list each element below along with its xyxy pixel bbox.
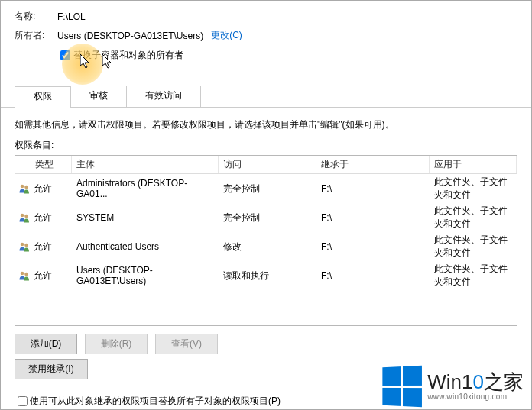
permissions-table[interactable]: 类型 主体 访问 继承于 应用于 允许Administrators (DESKT… bbox=[15, 155, 517, 326]
tab-permissions[interactable]: 权限 bbox=[15, 86, 71, 108]
cell-applies: 此文件夹、子文件夹和文件 bbox=[430, 262, 517, 289]
info-text: 如需其他信息，请双击权限项目。若要修改权限项目，请选择该项目并单击"编辑"(如果… bbox=[15, 118, 517, 131]
watermark-url: www.win10xitong.com bbox=[427, 393, 524, 401]
watermark: Win10之家 www.win10xitong.com bbox=[381, 366, 524, 406]
users-icon bbox=[18, 182, 31, 195]
cell-type: 允许 bbox=[34, 270, 52, 282]
cell-inherited: F:\ bbox=[316, 211, 430, 224]
svg-point-5 bbox=[24, 244, 28, 247]
cell-inherited: F:\ bbox=[316, 270, 430, 282]
cell-access: 完全控制 bbox=[219, 182, 316, 196]
tab-strip: 权限 审核 有效访问 bbox=[1, 86, 531, 108]
svg-point-3 bbox=[24, 215, 28, 218]
windows-logo-icon bbox=[383, 366, 423, 407]
change-owner-link[interactable]: 更改(C) bbox=[211, 29, 242, 42]
cell-access: 修改 bbox=[219, 240, 316, 254]
cell-access: 读取和执行 bbox=[219, 269, 316, 283]
table-row[interactable]: 允许Users (DESKTOP-GA013ET\Users)读取和执行F:\此… bbox=[15, 261, 517, 290]
cell-type: 允许 bbox=[34, 182, 52, 195]
col-inherited[interactable]: 继承于 bbox=[316, 156, 430, 173]
watermark-brand: Win10之家 bbox=[427, 372, 524, 392]
cell-applies: 此文件夹、子文件夹和文件 bbox=[430, 204, 517, 231]
col-type[interactable]: 类型 bbox=[15, 156, 72, 173]
tab-effective-access[interactable]: 有效访问 bbox=[126, 86, 201, 107]
cell-type: 允许 bbox=[34, 211, 52, 224]
advanced-security-dialog: 名称: F:\LOL 所有者: Users (DESKTOP-GA013ET\U… bbox=[0, 0, 532, 410]
table-row[interactable]: 允许Authenticated Users修改F:\此文件夹、子文件夹和文件 bbox=[15, 232, 517, 261]
name-label: 名称: bbox=[15, 10, 57, 23]
name-value: F:\LOL bbox=[57, 11, 86, 22]
replace-owner-checkbox[interactable] bbox=[60, 50, 70, 60]
col-access[interactable]: 访问 bbox=[219, 156, 316, 173]
cell-principal: Authenticated Users bbox=[72, 241, 219, 253]
owner-label: 所有者: bbox=[15, 29, 57, 42]
cell-inherited: F:\ bbox=[316, 241, 430, 253]
replace-owner-label: 替换子容器和对象的所有者 bbox=[73, 49, 183, 62]
remove-button[interactable]: 删除(R) bbox=[85, 334, 148, 354]
svg-point-0 bbox=[21, 185, 24, 189]
disable-inherit-button[interactable]: 禁用继承(I) bbox=[15, 359, 88, 379]
svg-point-4 bbox=[21, 243, 24, 247]
view-button[interactable]: 查看(V) bbox=[155, 334, 218, 354]
table-body: 允许Administrators (DESKTOP-GA01...完全控制F:\… bbox=[15, 174, 517, 290]
cell-principal: Administrators (DESKTOP-GA01... bbox=[72, 177, 219, 200]
svg-point-2 bbox=[21, 214, 24, 218]
cell-applies: 此文件夹、子文件夹和文件 bbox=[430, 233, 517, 260]
cell-type: 允许 bbox=[34, 241, 52, 253]
replace-child-label: 使用可从此对象继承的权限项目替换所有子对象的权限项目(P) bbox=[30, 395, 281, 408]
table-header: 类型 主体 访问 继承于 应用于 bbox=[15, 156, 517, 174]
table-row[interactable]: 允许Administrators (DESKTOP-GA01...完全控制F:\… bbox=[15, 174, 517, 203]
cell-inherited: F:\ bbox=[316, 182, 430, 195]
users-icon bbox=[18, 211, 31, 224]
col-principal[interactable]: 主体 bbox=[72, 156, 219, 173]
svg-point-1 bbox=[24, 186, 28, 189]
users-icon bbox=[18, 270, 31, 282]
add-button[interactable]: 添加(D) bbox=[15, 334, 77, 354]
col-applies[interactable]: 应用于 bbox=[430, 156, 517, 173]
cell-principal: Users (DESKTOP-GA013ET\Users) bbox=[72, 264, 219, 287]
svg-point-6 bbox=[21, 272, 24, 276]
header-area: 名称: F:\LOL 所有者: Users (DESKTOP-GA013ET\U… bbox=[1, 1, 531, 72]
replace-child-checkbox[interactable] bbox=[18, 396, 28, 406]
cell-applies: 此文件夹、子文件夹和文件 bbox=[430, 175, 517, 202]
cell-principal: SYSTEM bbox=[72, 211, 219, 224]
table-row[interactable]: 允许SYSTEM完全控制F:\此文件夹、子文件夹和文件 bbox=[15, 203, 517, 232]
users-icon bbox=[18, 241, 31, 253]
owner-value: Users (DESKTOP-GA013ET\Users) bbox=[57, 31, 203, 41]
entries-label: 权限条目: bbox=[15, 139, 517, 152]
cell-access: 完全控制 bbox=[219, 211, 316, 225]
tab-audit[interactable]: 审核 bbox=[70, 86, 127, 107]
svg-point-7 bbox=[24, 273, 28, 276]
